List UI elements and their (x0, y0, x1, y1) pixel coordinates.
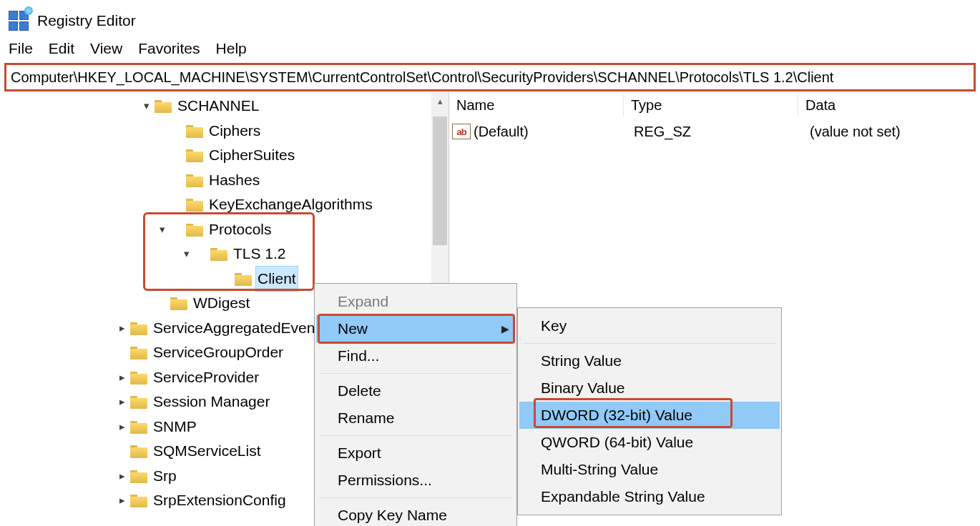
menu-view[interactable]: View (89, 39, 124, 59)
app-icon (7, 9, 30, 32)
tree-node-hashes[interactable]: · Hashes (3, 168, 431, 193)
ctx-permissions[interactable]: Permissions... (316, 467, 515, 494)
ctx-find[interactable]: Find... (316, 342, 515, 369)
folder-icon (186, 222, 203, 237)
chevron-right-icon[interactable]: ▸ (114, 415, 130, 440)
menu-help[interactable]: Help (215, 39, 248, 59)
menu-edit[interactable]: Edit (47, 39, 76, 59)
string-value-icon: ab (452, 124, 471, 139)
window-title: Registry Editor (37, 12, 136, 29)
folder-icon (186, 124, 203, 138)
folder-icon (130, 469, 147, 483)
tree-node-tls12[interactable]: ▾ TLS 1.2 (3, 242, 431, 267)
ctx-delete[interactable]: Delete (316, 377, 515, 405)
tree-node-kex[interactable]: · KeyExchangeAlgorithms (3, 192, 431, 217)
chevron-down-icon[interactable]: ▾ (179, 242, 195, 267)
col-header-data[interactable]: Data (798, 94, 980, 116)
menu-bar: File Edit View Favorites Help (0, 39, 980, 63)
folder-icon (130, 394, 147, 409)
folder-icon (210, 247, 227, 261)
col-header-type[interactable]: Type (624, 94, 798, 116)
value-name: (Default) (474, 124, 529, 140)
ctx-export[interactable]: Export (316, 440, 515, 467)
tree-node-ciphersuites[interactable]: · CipherSuites (3, 143, 431, 168)
ctx-rename[interactable]: Rename (316, 405, 515, 432)
folder-icon (186, 173, 203, 187)
scroll-up-icon[interactable]: ▴ (431, 92, 449, 109)
sub-binary[interactable]: Binary Value (519, 374, 780, 402)
menu-divider (522, 343, 777, 344)
chevron-right-icon[interactable]: ▸ (114, 488, 130, 513)
folder-icon (130, 420, 147, 434)
tree-node-protocols[interactable]: ▾ Protocols (3, 217, 431, 242)
ctx-expand: Expand (316, 288, 515, 315)
value-type: REG_SZ (627, 124, 801, 140)
sub-multistring[interactable]: Multi-String Value (519, 456, 780, 483)
folder-icon (170, 296, 187, 310)
folder-icon (186, 197, 203, 212)
ctx-copy-key-name[interactable]: Copy Key Name (316, 502, 515, 526)
value-row-default[interactable]: ab (Default) REG_SZ (value not set) (449, 118, 980, 145)
folder-icon (130, 493, 147, 507)
menu-divider (319, 497, 512, 498)
context-submenu-new: Key String Value Binary Value DWORD (32-… (517, 307, 782, 515)
col-header-name[interactable]: Name (449, 94, 624, 116)
chevron-down-icon[interactable]: ▾ (155, 217, 170, 242)
values-header: Name Type Data (449, 92, 980, 118)
ctx-new[interactable]: New ▶ (316, 315, 515, 342)
menu-divider (319, 435, 512, 436)
sub-string[interactable]: String Value (519, 347, 780, 374)
menu-file[interactable]: File (7, 39, 34, 59)
chevron-right-icon[interactable]: ▸ (114, 316, 130, 341)
menu-favorites[interactable]: Favorites (137, 39, 201, 59)
folder-icon (186, 148, 203, 162)
folder-icon (130, 444, 147, 458)
sub-key[interactable]: Key (519, 312, 780, 339)
address-bar[interactable]: Computer\HKEY_LOCAL_MACHINE\SYSTEM\Curre… (4, 63, 976, 91)
chevron-right-icon[interactable]: ▸ (114, 365, 130, 390)
folder-icon (130, 345, 147, 359)
sub-qword[interactable]: QWORD (64-bit) Value (519, 429, 780, 456)
chevron-right-icon[interactable]: ▸ (114, 464, 130, 489)
scroll-thumb[interactable] (433, 116, 447, 245)
chevron-right-icon[interactable]: ▸ (114, 389, 130, 415)
address-text: Computer\HKEY_LOCAL_MACHINE\SYSTEM\Curre… (11, 69, 833, 86)
context-menu: Expand New ▶ Find... Delete Rename Expor… (314, 283, 517, 526)
sub-expandablestring[interactable]: Expandable String Value (519, 483, 780, 510)
tree-node-schannel[interactable]: ▾ SCHANNEL (3, 94, 431, 119)
title-bar: Registry Editor (0, 0, 980, 39)
sub-dword[interactable]: DWORD (32-bit) Value (519, 402, 780, 429)
folder-icon (235, 272, 252, 286)
folder-icon (130, 321, 147, 335)
chevron-down-icon[interactable]: ▾ (139, 94, 155, 119)
value-data: (value not set) (801, 124, 980, 140)
folder-icon (130, 370, 147, 384)
tree-node-ciphers[interactable]: · Ciphers (3, 119, 431, 144)
menu-divider (319, 373, 512, 374)
folder-icon (155, 99, 172, 113)
chevron-right-icon: ▶ (501, 323, 509, 334)
chevron-right-icon[interactable]: ▸ (114, 513, 130, 518)
